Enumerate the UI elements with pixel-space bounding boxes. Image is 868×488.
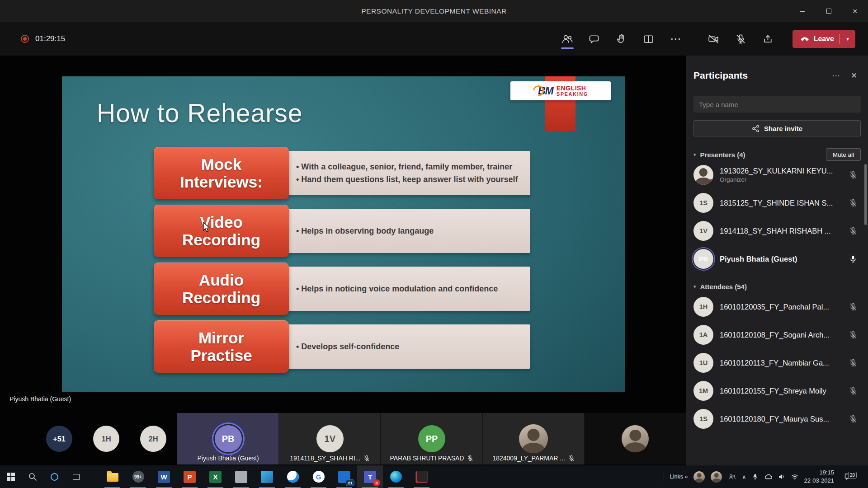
maximize-button[interactable] <box>816 0 842 22</box>
phone-link-button[interactable]: 21 <box>331 465 357 488</box>
task-view-button[interactable] <box>65 465 87 488</box>
slide-row: Mock Interviews: With a colleague, senio… <box>154 147 530 199</box>
pen-app-icon <box>415 471 428 483</box>
shared-screen-stage: BM ENGLISH SPEAKING How to Rehearse Mock… <box>0 56 686 465</box>
avatar: 1V <box>693 221 713 241</box>
chevron-down-icon[interactable]: ▾ <box>693 284 696 290</box>
app-button[interactable] <box>228 465 254 488</box>
mic-muted-button[interactable] <box>845 387 861 395</box>
participants-button[interactable] <box>554 28 581 50</box>
camera-toggle-button[interactable] <box>700 28 727 50</box>
avatar: 1M <box>693 381 713 401</box>
tray-mic-icon[interactable] <box>752 474 758 480</box>
participant-row[interactable]: 1S 1815125_TY_SHINDE ISHAN S... <box>693 189 861 217</box>
minimize-button[interactable]: ─ <box>789 0 816 22</box>
close-button[interactable]: ✕ <box>842 0 868 22</box>
powerpoint-button[interactable]: P <box>177 465 203 488</box>
app-icon <box>235 471 247 483</box>
tray-avatar[interactable] <box>711 471 722 483</box>
participant-bubble[interactable]: 1H <box>93 426 119 452</box>
file-explorer-button[interactable] <box>99 465 125 488</box>
panel-scrollbar[interactable] <box>864 164 867 225</box>
chevron-down-icon[interactable]: ▾ <box>693 152 696 158</box>
bm-english-speaking-logo: BM ENGLISH SPEAKING <box>510 81 611 100</box>
google-button[interactable]: G <box>306 465 331 488</box>
taskbar-search-button[interactable] <box>22 465 43 488</box>
links-toolbar[interactable]: Links » <box>670 474 688 480</box>
speaker-icon[interactable] <box>778 474 785 480</box>
participant-name: 16010120035_FY_Panchal Pal... <box>720 303 839 311</box>
participant-row-piyush[interactable]: PB Piyush Bhatia (Guest) <box>693 245 861 273</box>
share-invite-button[interactable]: Share invite <box>693 120 861 136</box>
mic-live-button[interactable] <box>845 255 861 263</box>
cortana-button[interactable] <box>43 465 65 488</box>
taskbar-clock[interactable]: 19:15 22-03-2021 <box>804 469 835 484</box>
mic-muted-button[interactable] <box>845 171 861 179</box>
tray-people-icon[interactable] <box>728 474 736 480</box>
action-center-button[interactable]: 20 <box>840 473 856 480</box>
participant-row[interactable]: 1S 16010120180_FY_Maurya Sus... <box>693 405 861 433</box>
photos-button[interactable] <box>254 465 280 488</box>
video-tile[interactable]: 1824009_LY_PARMAR ... <box>483 413 585 465</box>
video-tile[interactable]: PP PARAB SHRUTI PRASAD <box>381 413 482 465</box>
network-icon[interactable] <box>791 474 798 480</box>
google-icon: G <box>313 471 325 483</box>
teams-button[interactable]: T 3 <box>357 465 383 488</box>
swirl-app-button[interactable] <box>280 465 306 488</box>
edge-button[interactable] <box>383 465 409 488</box>
leave-button[interactable]: Leave ▾ <box>793 30 855 48</box>
chat-button[interactable] <box>581 28 608 50</box>
chat-icon <box>589 34 600 44</box>
slide-title: How to Rehearse <box>97 98 302 128</box>
mic-muted-button[interactable] <box>845 303 861 311</box>
participant-row[interactable]: 1U 16010120113_FY_Nambiar Ga... <box>693 349 861 377</box>
participant-name: 16010120113_FY_Nambiar Ga... <box>720 359 839 367</box>
mic-muted-button[interactable] <box>845 331 861 339</box>
search-input[interactable] <box>693 96 861 113</box>
mic-muted-button[interactable] <box>845 359 861 367</box>
breakout-rooms-button[interactable] <box>635 28 662 50</box>
bullet-item: Helps in observing body langauge <box>296 226 523 236</box>
onedrive-cloud-icon[interactable] <box>764 474 772 479</box>
chat-overflow-button[interactable]: 99+ <box>125 465 151 488</box>
mic-muted-button[interactable] <box>845 199 861 207</box>
video-tile[interactable] <box>585 413 686 465</box>
overflow-participants-bubble[interactable]: +51 <box>46 426 72 452</box>
share-icon <box>752 125 760 132</box>
share-content-button[interactable] <box>755 28 782 50</box>
panel-more-button[interactable]: ⋯ <box>829 71 843 80</box>
start-button[interactable] <box>0 465 22 488</box>
leave-main[interactable]: Leave <box>793 35 840 43</box>
participant-row[interactable]: 1M 16010120155_FY_Shreya Moily <box>693 377 861 405</box>
panel-header: Participants ⋯ ✕ <box>693 70 861 81</box>
participant-row[interactable]: 1V 1914118_SY_SHAH RISHABH ... <box>693 217 861 245</box>
call-actions: ⋯ <box>554 28 868 50</box>
participant-bubble[interactable]: 2H <box>140 426 166 452</box>
leave-options-caret[interactable]: ▾ <box>840 36 855 42</box>
mic-muted-button[interactable] <box>845 415 861 423</box>
participant-row[interactable]: 1913026_SY_KULKARNI KEYU... Organizer <box>693 161 861 189</box>
mic-muted-button[interactable] <box>845 227 861 235</box>
raise-hand-icon <box>616 33 627 45</box>
word-button[interactable]: W <box>151 465 177 488</box>
mic-toggle-button[interactable] <box>727 28 755 50</box>
recording-status: 01:29:15 <box>21 34 65 43</box>
participant-role: Organizer <box>720 176 839 183</box>
tray-avatar[interactable] <box>693 471 705 483</box>
participant-row[interactable]: 1A 16010120108_FY_Sogani Arch... <box>693 321 861 349</box>
call-timer: 01:29:15 <box>35 34 65 43</box>
windows-taskbar: 99+ W P X G 21 T 3 Links » ∧ <box>0 465 868 488</box>
more-actions-button[interactable]: ⋯ <box>662 28 689 50</box>
mute-all-button[interactable]: Mute all <box>826 148 861 161</box>
clock-time: 19:15 <box>819 469 834 476</box>
video-tile[interactable]: 1V 1914118_SY_SHAH RI... <box>279 413 381 465</box>
reactions-button[interactable] <box>608 28 635 50</box>
hidden-icons-caret[interactable]: ∧ <box>742 474 746 480</box>
pen-app-button[interactable] <box>409 465 434 488</box>
bullet-item: Hand them questions list, keep answer li… <box>296 174 523 185</box>
video-tile-piyush[interactable]: PB Piyush Bhatia (Guest) <box>177 413 279 465</box>
participant-row[interactable]: 1H 16010120035_FY_Panchal Pal... <box>693 293 861 321</box>
meeting-content: BM ENGLISH SPEAKING How to Rehearse Mock… <box>0 56 868 465</box>
panel-close-button[interactable]: ✕ <box>847 71 861 80</box>
excel-button[interactable]: X <box>203 465 228 488</box>
